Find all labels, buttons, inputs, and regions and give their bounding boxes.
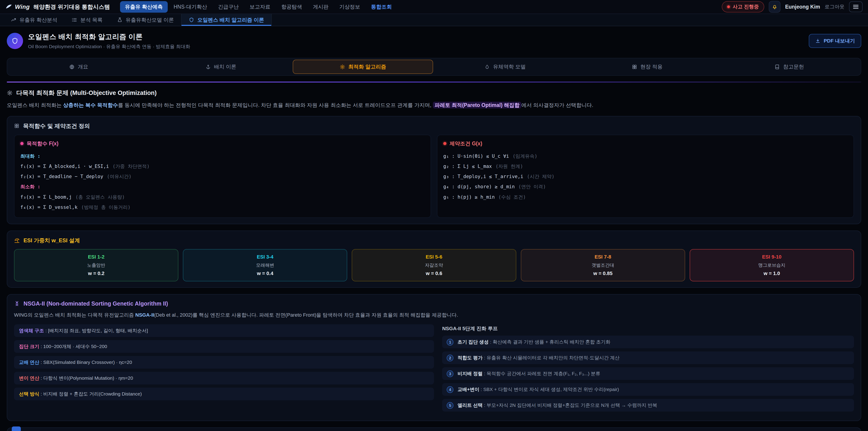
- brand-home-link[interactable]: Wing 해양환경 위기대응 통합시스템: [5, 3, 110, 11]
- nav-item-integrated-search[interactable]: 통합조회: [366, 1, 397, 13]
- loop-step: 4 교배+변이 : SBX + 다항식 변이로 자식 세대 생성, 제약조건 위…: [442, 383, 854, 396]
- tab-analysis-list[interactable]: 분석 목록: [64, 14, 110, 26]
- esi-range: ESI 9-10: [693, 254, 851, 260]
- tab-label: 유출유 확산분석: [20, 17, 57, 24]
- nav-item-weather[interactable]: 기상정보: [334, 1, 365, 13]
- shield-icon: [11, 37, 19, 44]
- flask-icon: [117, 17, 123, 23]
- menu-button[interactable]: [849, 1, 863, 12]
- nav-item-oil-spill-forecast[interactable]: 유출유 확산예측: [120, 1, 168, 13]
- nsga-param-row: 변이 연산 : 다항식 변이(Polynomial Mutation) · ηm…: [14, 372, 434, 384]
- droplet-icon: [485, 64, 490, 70]
- book-icon: [775, 64, 780, 70]
- incident-status-label: 사고 진행중: [733, 3, 759, 10]
- constraint-row: g₅ : h(pj) ≥ h_min(수심 조건): [443, 192, 848, 202]
- app-title: 해양환경 위기대응 통합시스템: [33, 3, 110, 11]
- tab-label: 오일펜스 배치 알고리즘 이론: [197, 17, 264, 24]
- intro-text-lead: 오일펜스 배치 최적화는: [7, 102, 63, 108]
- esi-weight: w = 0.85: [524, 271, 682, 276]
- tab-spill-analysis[interactable]: 유출유 확산분석: [4, 14, 64, 26]
- esi-weight-cell: ESI 9-10 맹그로브습지 w = 1.0: [690, 249, 854, 281]
- top-navbar: Wing 해양환경 위기대응 통합시스템 유출유 확산예측 HNS·대기확산 긴…: [0, 0, 868, 14]
- loop-step: 5 엘리트 선택 : 부모+자식 2N 집단에서 비지배 정렬+혼잡도 기준으로…: [442, 399, 854, 411]
- list-icon: [72, 17, 77, 23]
- section-tab-hydrodynamics[interactable]: 유체역학 모델: [435, 60, 575, 74]
- objective-panel-title: 목적함수 F(x): [27, 140, 59, 147]
- section-tab-overview[interactable]: 개요: [8, 60, 149, 74]
- esi-name: 모래해변: [186, 262, 344, 268]
- trend-chart-icon: [11, 17, 16, 23]
- dna-icon: [14, 301, 20, 306]
- card-title: NSGA-II (Non-dominated Sorting Genetic A…: [24, 300, 168, 307]
- esi-name: 갯벌조간대: [524, 262, 682, 268]
- logout-button[interactable]: 로그아웃: [825, 3, 844, 10]
- incident-status-badge[interactable]: 사고 진행중: [722, 1, 764, 12]
- section-tab-field-application[interactable]: 현장 적용: [577, 60, 717, 74]
- notifications-button[interactable]: [769, 1, 780, 13]
- globe-icon: [69, 64, 74, 70]
- esi-range: ESI 5-6: [355, 254, 513, 260]
- nsga-param-row: 선택 방식 : 비지배 정렬 + 혼잡도 거리(Crowding Distanc…: [14, 388, 434, 400]
- grid-icon: [632, 64, 637, 70]
- loop-step: 3 비지배 정렬 : 목적함수 공간에서 파레토 전면 계층(F₁, F₂, F…: [442, 367, 854, 380]
- nav-item-hns-atmospheric[interactable]: HNS·대기확산: [168, 1, 212, 13]
- nsga-evolution-loop: NSGA-II 5단계 진화 루프 1 초기 집단 생성 : 확산예측 결과 기…: [442, 324, 854, 415]
- constraint-row: g₂ : Σ Lj ≤ L_max(자원 한계): [443, 161, 848, 172]
- hamburger-menu-icon: [852, 4, 859, 9]
- intro-highlight-pareto: 파레토 최적(Pareto Optimal) 해집합: [433, 102, 522, 109]
- section-tab-label: 유체역학 모델: [493, 63, 526, 70]
- nav-item-board[interactable]: 게시판: [308, 1, 333, 13]
- section-accent-divider: [7, 82, 861, 83]
- app-root: Wing 해양환경 위기대응 통합시스템 유출유 확산예측 HNS·대기확산 긴…: [0, 0, 868, 431]
- red-dot-icon: [443, 142, 446, 145]
- bottom-left-partial-button[interactable]: [12, 427, 21, 431]
- section-tab-references[interactable]: 참고문헌: [719, 60, 860, 74]
- intro-highlight-objectives: 상충하는 복수 목적함수: [63, 102, 118, 108]
- tab-boom-algorithm-theory[interactable]: 오일펜스 배치 알고리즘 이론: [181, 14, 272, 26]
- nsga-parameters-list: 염색체 구조 : [배치지점 좌표, 방향각도, 길이, 형태, 배치순서] 집…: [14, 324, 434, 415]
- section-tab-label: 참고문헌: [783, 63, 804, 70]
- gear-icon: [7, 90, 13, 96]
- nsga-card: NSGA-II (Non-dominated Sorting Genetic A…: [7, 294, 861, 421]
- page-header-avatar: [7, 33, 23, 49]
- constraint-row: g₄ : d(pj, shore) ≥ d_min(연안 이격): [443, 182, 848, 192]
- nav-item-emergency-rescue[interactable]: 긴급구난: [213, 1, 244, 13]
- shield-icon: [189, 17, 194, 23]
- navbar-right: 사고 진행중 Eunjeong Kim 로그아웃: [722, 1, 863, 13]
- pdf-export-button[interactable]: PDF 내보내기: [809, 34, 861, 48]
- main-nav: 유출유 확산예측 HNS·대기확산 긴급구난 보고자료 항공탐색 게시판 기상정…: [120, 1, 397, 13]
- main-content: 다목적 최적화 문제 (Multi-Objective Optimization…: [7, 82, 861, 431]
- tab-diffusion-model-theory[interactable]: 유출유확산모델 이론: [110, 14, 181, 26]
- esi-weight: w = 0.2: [17, 271, 175, 276]
- esi-weight-card: ESI 가중치 w_ESI 설계 ESI 1-2 노출암반 w = 0.2 ES…: [7, 230, 861, 288]
- section-tab-label: 개요: [78, 63, 88, 70]
- nav-item-aerial-search[interactable]: 항공탐색: [276, 1, 307, 13]
- beach-umbrella-icon: [14, 238, 20, 243]
- constraint-row: g₃ : T_deploy,i ≤ T_arrive,i(시간 제약): [443, 172, 848, 182]
- section-tab-optimization-algorithm[interactable]: 최적화 알고리즘: [293, 60, 433, 74]
- nsga-description: WING의 오일펜스 배치 최적화는 다목적 유전알고리즘 NSGA-II(De…: [14, 311, 854, 319]
- esi-weight: w = 0.6: [355, 271, 513, 276]
- esi-weight-cell: ESI 3-4 모래해변 w = 0.4: [183, 249, 347, 281]
- intro-title: 다목적 최적화 문제 (Multi-Objective Optimization…: [16, 89, 157, 97]
- pdf-export-label: PDF 내보내기: [824, 37, 855, 44]
- esi-range: ESI 7-8: [524, 254, 682, 260]
- step-number-badge: 4: [447, 386, 454, 393]
- section-tab-label: 현장 적용: [640, 63, 662, 70]
- esi-range: ESI 1-2: [17, 254, 175, 260]
- page-title: 오일펜스 배치 최적화 알고리즘 이론: [28, 32, 190, 41]
- section-tabs: 개요 배치 이론 최적화 알고리즘 유체역학 모델 현장 적용: [7, 58, 861, 76]
- nsga-param-row: 교배 연산 : SBX(Simulated Binary Crossover) …: [14, 356, 434, 369]
- pink-dot-icon: [20, 142, 24, 145]
- wing-logo-icon: [5, 3, 12, 10]
- loop-step: 1 초기 집단 생성 : 확산예측 결과 기반 샘플 + 휴리스틱 배치안 혼합…: [442, 336, 854, 348]
- esi-name: 맹그로브습지: [693, 262, 851, 268]
- esi-weight: w = 1.0: [693, 271, 851, 276]
- nav-item-reports[interactable]: 보고자료: [245, 1, 275, 13]
- sub-tabbar: 유출유 확산분석 분석 목록 유출유확산모델 이론 오일펜스 배치 알고리즘 이…: [0, 14, 868, 26]
- loop-step: 2 적합도 평가 : 유출유 확산 시뮬레이터로 각 배치안의 차단면적·도달시…: [442, 351, 854, 364]
- section-tab-deployment-theory[interactable]: 배치 이론: [151, 60, 291, 74]
- esi-weight: w = 0.4: [186, 271, 344, 276]
- nsga-param-row: 염색체 구조 : [배치지점 좌표, 방향각도, 길이, 형태, 배치순서]: [14, 324, 434, 337]
- step-number-badge: 5: [447, 402, 454, 409]
